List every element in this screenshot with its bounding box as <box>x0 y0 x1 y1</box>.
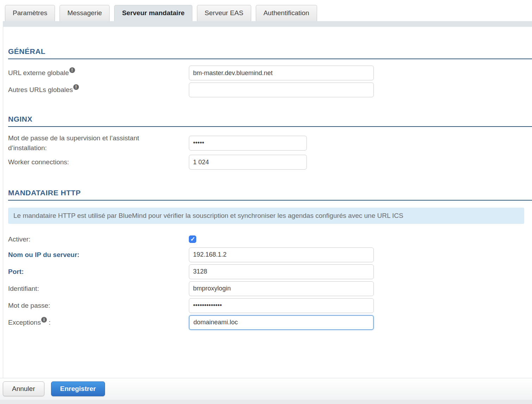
row-exceptions: Exceptionsi : <box>8 315 532 330</box>
row-supervision-password: Mot de passe de la supervision et l’assi… <box>8 133 532 153</box>
bottom-strip <box>0 400 532 404</box>
row-autres-urls: Autres URLs globales! <box>8 82 532 97</box>
row-identifiant: Identifiant: <box>8 281 532 296</box>
tab-bar: Paramètres Messagerie Serveur mandataire… <box>0 0 532 21</box>
serveur-mandataire-panel: GÉNÉRAL URL externe globale! Autres URLs… <box>3 27 532 378</box>
section-title-mandataire-http: MANDATAIRE HTTP <box>8 189 532 201</box>
autres-urls-input[interactable] <box>189 82 374 97</box>
save-button[interactable]: Enregistrer <box>51 381 105 396</box>
row-server: Nom ou IP du serveur: <box>8 247 532 262</box>
server-label: Nom ou IP du serveur: <box>8 250 189 260</box>
tab-serveur-mandataire[interactable]: Serveur mandataire <box>114 5 192 21</box>
info-icon: i <box>41 317 47 323</box>
info-icon: ! <box>69 67 75 73</box>
row-mot-de-passe: Mot de passe: <box>8 298 532 313</box>
server-input[interactable] <box>189 247 374 262</box>
autres-urls-label: Autres URLs globales! <box>8 85 189 95</box>
tab-messagerie[interactable]: Messagerie <box>60 5 110 21</box>
supervision-password-label: Mot de passe de la supervision et l’assi… <box>8 133 189 153</box>
port-label: Port: <box>8 267 189 277</box>
autres-urls-label-text: Autres URLs globales <box>8 86 73 93</box>
mot-de-passe-label: Mot de passe: <box>8 301 189 311</box>
section-title-general: GÉNÉRAL <box>8 47 532 59</box>
url-externe-label-text: URL externe globale <box>8 69 69 76</box>
mot-de-passe-input[interactable] <box>189 298 374 313</box>
cancel-button[interactable]: Annuler <box>3 381 44 396</box>
footer-button-bar: Annuler Enregistrer <box>0 378 532 400</box>
worker-connections-label: Worker connections: <box>8 157 189 167</box>
exceptions-label: Exceptionsi : <box>8 318 189 328</box>
activer-label: Activer: <box>8 234 189 244</box>
tab-authentification[interactable]: Authentification <box>256 5 317 21</box>
url-externe-label: URL externe globale! <box>8 68 189 78</box>
url-externe-input[interactable] <box>189 66 374 80</box>
exceptions-label-text: Exceptions <box>8 319 41 326</box>
tab-parametres[interactable]: Paramètres <box>5 5 55 21</box>
activer-checkbox[interactable] <box>189 235 196 243</box>
tab-serveur-eas[interactable]: Serveur EAS <box>197 5 251 21</box>
row-port: Port: <box>8 264 532 279</box>
identifiant-label: Identifiant: <box>8 284 189 294</box>
row-activer: Activer: <box>8 234 532 244</box>
section-title-nginx: NGINX <box>8 115 532 127</box>
port-input[interactable] <box>189 264 374 279</box>
exceptions-input[interactable] <box>189 315 374 330</box>
tab-strip <box>3 21 532 27</box>
mandataire-info-banner: Le mandataire HTTP est utilisé par BlueM… <box>8 208 524 224</box>
exceptions-label-suffix: : <box>47 319 51 326</box>
row-worker-connections: Worker connections: <box>8 155 532 170</box>
supervision-password-input[interactable] <box>189 136 307 151</box>
row-url-externe: URL externe globale! <box>8 66 532 80</box>
identifiant-input[interactable] <box>189 281 374 296</box>
worker-connections-input[interactable] <box>189 155 307 170</box>
info-icon: ! <box>73 84 79 90</box>
